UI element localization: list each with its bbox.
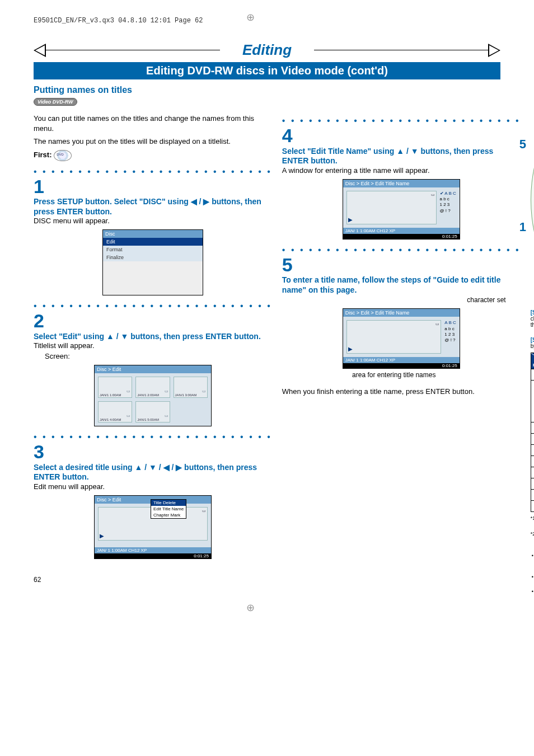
step-4-instruction: Select "Edit Title Name" using ▲ / ▼ but… <box>282 147 521 166</box>
step-2-number: 2 <box>34 312 272 330</box>
page-title: Editing <box>220 41 314 59</box>
char-table-row: 4GHIghi4(*2) <box>531 445 534 456</box>
osd-timer: 0:01:25 <box>343 234 460 239</box>
dot-rule: • • • • • • • • • • • • • • • • • • • • … <box>34 432 272 442</box>
page-number: 62 <box>34 576 272 584</box>
disc-menu-osd: Disc Edit Format Finalize <box>102 229 203 295</box>
key-cell: 4 <box>531 445 534 456</box>
remote-diagram: 5 1 1 2 3 4 5 POWERREC SPEEDAUDIOOPEN/CL… <box>531 110 534 289</box>
charset-annotation: character set <box>282 296 506 304</box>
angle-right-icon <box>488 44 500 57</box>
thumb-icon: ▭ <box>202 509 206 513</box>
osd-timer: 0:01:25 <box>343 363 460 368</box>
step-1-instruction: Press SETUP button. Select "DISC" using … <box>34 197 272 217</box>
title-thumb: ▭JAN/1 4:00AM <box>98 401 132 422</box>
char-table-row: 6MNOmno6(*2) <box>531 467 534 478</box>
step-5-after: When you finish entering a title name, p… <box>282 387 521 397</box>
step-2-instruction: Select "Edit" using ▲ / ▼ buttons, then … <box>34 332 272 342</box>
crop-mark-bottom: ⊕ <box>246 602 255 614</box>
thumb-icon: ▭ <box>165 389 168 393</box>
dvd-disc-icon <box>54 150 72 161</box>
thumb-icon: ▭ <box>435 322 439 326</box>
guide-step-1: ✔ A B C a b c 1 2 3 @ ! ? [Step1]: Selec… <box>531 309 534 334</box>
crop-mark-top: ⊕ <box>246 11 255 24</box>
edit-title-osd-2: Disc > Edit > Edit Title Name ▭ ▶ A B C … <box>343 308 460 369</box>
title-banner: Editing <box>34 41 500 59</box>
step-2-after: Titlelist will appear. <box>34 341 272 350</box>
print-header: E9501CD_EN/FR_v3.qx3 04.8.10 12:01 Page … <box>34 17 500 25</box>
popup-item: Edit Title Name <box>151 506 186 512</box>
key-cell: 0 <box>531 369 534 381</box>
step-5-instruction: To enter a title name, follow the steps … <box>282 275 521 295</box>
key-cell: 3 <box>531 434 534 445</box>
guide-bullet: • To delete letters, press CLEAR/C-RESET… <box>531 553 534 572</box>
char-table-row: 8TUVtuv8(*2) <box>531 490 534 501</box>
popup-item: Title Delete <box>151 500 186 506</box>
edit-title-osd-1: Disc > Edit > Edit Title Name ▭ ▶ ✔ A B … <box>343 179 460 240</box>
thumb-icon: ▭ <box>202 389 206 393</box>
dot-rule: • • • • • • • • • • • • • • • • • • • • … <box>282 245 521 255</box>
dot-rule: • • • • • • • • • • • • • • • • • • • • … <box>34 167 272 177</box>
play-icon: ▶ <box>100 533 206 539</box>
key-cell: 7 <box>531 478 534 490</box>
titlelist-osd: Disc > Edit ▭JAN/1 1:00AM ▭JAN/1 2:00AM … <box>94 365 212 426</box>
key-cell: 5 <box>531 456 534 467</box>
step-1-number: 1 <box>34 178 272 195</box>
key-cell: 8 <box>531 490 534 501</box>
osd-footer: JAN/ 1 1:00AM CH12 XP <box>343 228 460 234</box>
edit-title-path: Disc > Edit > Edit Title Name <box>343 309 460 317</box>
remote-body: POWERREC SPEEDAUDIOOPEN/CLOSESAT.ABCDEFG… <box>531 110 534 289</box>
dot-rule: • • • • • • • • • • • • • • • • • • • • … <box>34 301 272 311</box>
table-diag-header: Select Press <box>531 353 534 369</box>
char-table-row: 3DEFdef3(*2) <box>531 434 534 445</box>
char-table-row: 2ABCabc2(*2) <box>531 422 534 434</box>
footnote-2: *2 Press ② to ⑨ buttons, character set w… <box>531 531 534 551</box>
char-table-row: 7PQRSpqrs7(*2) <box>531 478 534 490</box>
step-3-after: Edit menu will appear. <box>34 482 272 491</box>
edit-popup: Title Delete Edit Title Name Chapter Mar… <box>151 499 186 519</box>
guide-bullet: • You can enter up to 30 letters. <box>531 589 534 595</box>
media-badge: Video DVD-RW <box>34 98 77 106</box>
step-3-instruction: Select a desired title using ▲ / ▼ / ◀ /… <box>34 463 272 482</box>
char-table-row: 0<space><space>0<space> <box>531 369 534 381</box>
section-bar: Editing DVD-RW discs in Video mode (cont… <box>34 62 500 79</box>
titlelist-path: Disc > Edit <box>95 365 211 373</box>
character-table: Select Press ABC abc 123 @ ! ? 0<space><… <box>531 353 534 512</box>
remote-callout-1: 1 <box>519 220 526 234</box>
thumb-icon: ▭ <box>127 414 130 418</box>
disc-menu-item: Edit <box>103 238 203 246</box>
thumb-icon: ▭ <box>127 389 130 393</box>
key-cell: 2 <box>531 422 534 434</box>
thumb-icon: ▭ <box>165 414 168 418</box>
disc-menu-title: Disc <box>103 230 203 238</box>
dot-rule: • • • • • • • • • • • • • • • • • • • • … <box>282 116 521 126</box>
step-5-number: 5 <box>282 256 521 274</box>
guide-title: [ Guide to edit title name ] <box>531 298 534 306</box>
osd-footer: JAN/ 1 1:00AM CH12 XP <box>343 357 460 363</box>
step-4-after: A window for entering a title name will … <box>282 166 521 175</box>
charset-options: ✔ A B C a b c 1 2 3 @ ! ? <box>440 191 456 224</box>
play-icon: ▶ <box>348 346 440 352</box>
guide-bullet: • To go on to the next entering area for… <box>531 574 534 587</box>
screen-label: Screen: <box>45 352 272 360</box>
key-cell: 1 <box>531 381 534 422</box>
popup-item: Chapter Mark <box>151 512 186 518</box>
osd-timer: 0:01:25 <box>95 553 211 558</box>
edit-title-path: Disc > Edit > Edit Title Name <box>343 180 460 187</box>
remote-callout-5: 5 <box>519 137 526 152</box>
title-thumb: ▭JAN/1 5:00AM <box>135 401 170 422</box>
editmenu-osd: Disc > Edit ▭ ▶ Title Delete Edit Title … <box>94 495 212 559</box>
left-column: You can put title names on the titles an… <box>34 110 272 597</box>
play-icon: ▶ <box>348 217 435 223</box>
angle-left-icon <box>34 44 46 57</box>
char-table-row: 1(*1)(*1)1! " # $ % & ' ( ) * + , - . / … <box>531 381 534 422</box>
osd-footer: JAN/ 1 1:00AM CH12 XP <box>95 547 211 553</box>
charset-options: A B C a b c 1 2 3 @ ! ? <box>444 320 456 354</box>
check-icon: ✔ <box>440 191 444 196</box>
char-table-row: 9WXYZwxyz9(*2) <box>531 501 534 512</box>
step-4-number: 4 <box>282 127 521 144</box>
disc-menu-item: Format <box>103 246 203 253</box>
area-annotation: area for entering title names <box>282 371 506 379</box>
title-thumb: ▭JAN/1 2:00AM <box>135 377 170 398</box>
title-thumb: ▭JAN/1 1:00AM <box>98 377 132 398</box>
